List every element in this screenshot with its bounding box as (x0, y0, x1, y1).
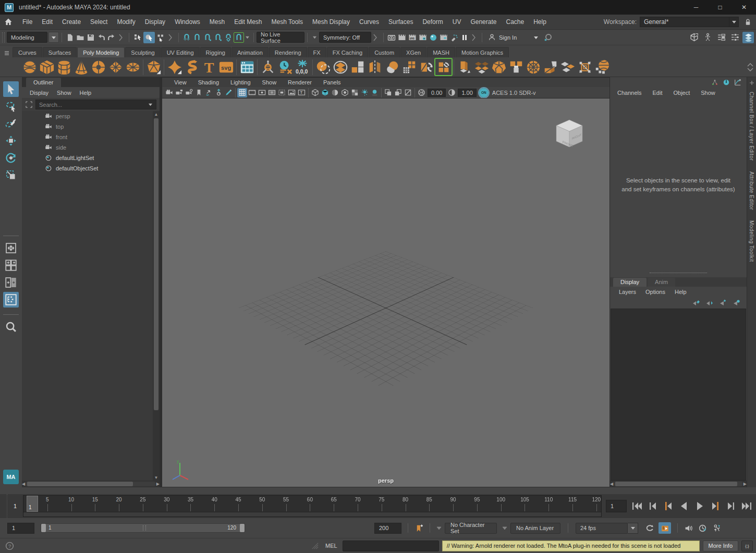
hypershade-icon[interactable] (428, 32, 438, 43)
outliner-vertical-scrollbar[interactable]: ▲ ▼ (153, 111, 160, 481)
snap-curve-icon[interactable] (192, 32, 202, 43)
bookmark-icon[interactable] (194, 88, 204, 97)
viewport-panel[interactable]: ViewShadingLightingShowRendererPanels T0… (162, 77, 610, 487)
viewport-menu-shading[interactable]: Shading (192, 79, 225, 85)
select-tool[interactable] (3, 81, 19, 97)
outliner-horizontal-scrollbar[interactable]: ◀ ▶ (22, 481, 160, 487)
time-ruler[interactable]: 1 51015202530354045505560657075808590951… (23, 495, 602, 517)
menu-cache[interactable]: Cache (501, 15, 529, 29)
pencil-icon[interactable] (224, 88, 234, 97)
film-gate-icon[interactable] (247, 88, 257, 97)
outliner-item-side[interactable]: side (22, 142, 153, 153)
go-to-start-button[interactable] (631, 500, 643, 512)
outliner-menu-help[interactable]: Help (76, 90, 95, 96)
rotate-tool[interactable] (3, 150, 19, 166)
shelf-remesh-grid-button[interactable] (400, 58, 418, 76)
shadows-icon[interactable] (370, 88, 380, 97)
side-tab-channel-box-layer-editor[interactable]: Channel Box / Layer Editor (749, 88, 754, 165)
menu-uv[interactable]: UV (448, 15, 466, 29)
minimize-button[interactable]: ─ (684, 0, 708, 15)
layer-menu-help[interactable]: Help (670, 289, 691, 295)
ipr-render-icon[interactable]: IPR (407, 32, 418, 43)
shelf-tab-poly-modeling[interactable]: Poly Modeling (77, 47, 125, 57)
outliner-item-front[interactable]: front (22, 132, 153, 142)
paste-pixels-icon[interactable] (393, 88, 403, 97)
node-network-icon[interactable] (711, 79, 718, 86)
lasso-tool[interactable] (3, 99, 19, 114)
sidebar-pin-icon[interactable] (749, 80, 754, 85)
menu-file[interactable]: File (18, 15, 37, 29)
shelf-tab-rigging[interactable]: Rigging (200, 47, 231, 57)
scroll-up-arrow[interactable]: ▲ (153, 111, 160, 117)
display-layers-toggle[interactable] (742, 32, 754, 43)
animation-end-field[interactable]: 200 (374, 523, 401, 534)
paint-select-tool[interactable] (3, 116, 19, 131)
play-forwards-button[interactable] (693, 500, 706, 512)
textured-sphere-icon[interactable] (330, 88, 340, 97)
scroll-right-arrow[interactable]: ▶ (743, 481, 747, 487)
layer-tab-anim[interactable]: Anim (648, 278, 675, 287)
shelf-project-cut-button[interactable] (542, 58, 559, 76)
move-layer-up-icon[interactable] (691, 299, 700, 307)
symmetry-dropdown-arrow[interactable] (312, 35, 317, 39)
new-empty-layer-icon[interactable] (718, 299, 727, 307)
shelf-poly-torus-button[interactable] (90, 58, 107, 76)
move-tool[interactable] (3, 133, 19, 149)
shelf-poly-text-button[interactable]: T (200, 58, 217, 76)
command-input[interactable] (343, 540, 439, 551)
shelf-tab-fx[interactable]: FX (308, 47, 326, 57)
layer-list[interactable] (611, 309, 746, 481)
close-button[interactable]: ✕ (732, 0, 756, 15)
view-cube[interactable]: FRONT RIGHT (550, 114, 589, 153)
select-hierarchy-icon[interactable] (132, 32, 143, 43)
time-slider-grip[interactable] (0, 494, 7, 518)
shelf-poly-helix-button[interactable] (183, 58, 200, 76)
step-back-frame-button[interactable] (647, 500, 659, 512)
menu-generate[interactable]: Generate (466, 15, 501, 29)
menu-help[interactable]: Help (529, 15, 551, 29)
shelf-wrap-deform-button[interactable] (593, 58, 611, 76)
contrast-field[interactable]: 1.00 (458, 89, 476, 97)
workspace-selector[interactable]: General* (640, 17, 729, 27)
live-surface-field[interactable]: No Live Surface (257, 32, 304, 43)
outliner-item-persp[interactable]: persp (22, 111, 153, 121)
script-editor-button[interactable]: {;} (741, 540, 753, 551)
layer-menu-options[interactable]: Options (641, 289, 670, 295)
channel-box-menu-show[interactable]: Show (701, 90, 721, 96)
step-back-key-button[interactable] (662, 500, 675, 512)
shelf-merge-components-button[interactable] (507, 58, 525, 76)
viewport-menu-view[interactable]: View (168, 79, 192, 85)
scroll-right-arrow[interactable]: ▶ (156, 481, 160, 487)
render-view-icon[interactable] (386, 32, 397, 43)
character-set-arrow[interactable] (436, 526, 442, 530)
outliner-menu-display[interactable]: Display (26, 90, 52, 96)
channel-box-toggle[interactable] (715, 32, 727, 43)
render-setup-icon[interactable] (438, 32, 449, 43)
shelf-menu-icon[interactable] (4, 51, 9, 56)
menu-edit-mesh[interactable]: Edit Mesh (229, 15, 266, 29)
four-pane-layout-button[interactable] (3, 257, 19, 273)
symmetry-layout-button[interactable] (3, 240, 19, 256)
gate-mask-icon[interactable] (267, 88, 277, 97)
shelf-spin-edge-button[interactable] (418, 58, 435, 76)
outliner-persp-layout-button[interactable] (3, 292, 19, 308)
shelf-tab-motion-graphics[interactable]: Motion Graphics (456, 47, 509, 57)
symmetry-field[interactable]: Symmetry: Off (319, 32, 371, 43)
shelf-tab-fx-caching[interactable]: FX Caching (327, 47, 368, 57)
camera-icon[interactable] (164, 88, 174, 97)
outliner-tab[interactable]: Outliner (26, 78, 61, 87)
undo-icon[interactable] (96, 32, 106, 43)
shelf-reset-transform-clock-button[interactable] (276, 58, 294, 76)
outliner-menu-show[interactable]: Show (53, 90, 75, 96)
go-to-end-button[interactable] (740, 500, 753, 512)
range-end-handle[interactable] (240, 524, 245, 532)
workspace-dropdown-arrow[interactable] (729, 17, 739, 27)
character-controls-toggle[interactable] (702, 32, 713, 43)
snap-grid-icon[interactable] (181, 32, 192, 43)
save-scene-icon[interactable] (86, 32, 96, 43)
shelf-poly-cylinder-button[interactable] (55, 58, 72, 76)
viewport-menu-renderer[interactable]: Renderer (282, 79, 318, 85)
shelf-poly-platonic-button[interactable] (145, 58, 162, 76)
home-icon[interactable] (4, 18, 13, 26)
snap-point-icon[interactable] (202, 32, 213, 43)
